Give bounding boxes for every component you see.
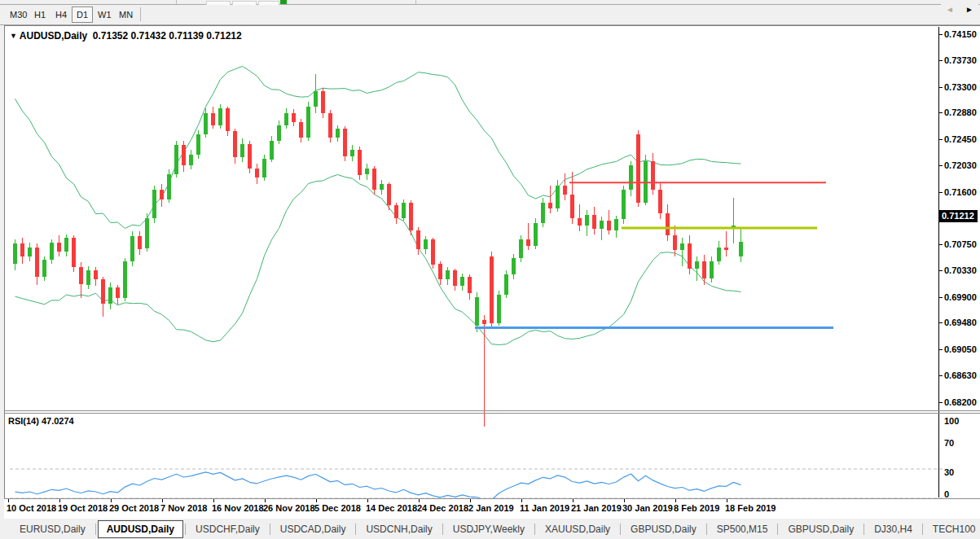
candle <box>526 223 530 250</box>
timeframe-toolbar: M30H1H4D1W1MN <box>0 5 980 25</box>
time-tick-label: 8 Feb 2019 <box>674 503 719 513</box>
time-tick-mark <box>316 499 317 502</box>
time-tick-label: 14 Dec 2018 <box>366 503 417 513</box>
price-tick-label: 0.69050 <box>944 344 980 355</box>
chart-tab-usdjpy-weekly[interactable]: USDJPY,Weekly <box>445 520 533 538</box>
pane-splitter[interactable] <box>4 413 980 414</box>
current-price-badge: 0.71212 <box>939 210 978 222</box>
candle <box>394 203 398 225</box>
chart-tab-gbpusd-daily[interactable]: GBPUSD,Daily <box>622 520 705 538</box>
price-tick-mark <box>939 270 943 271</box>
price-tick-mark <box>939 165 943 166</box>
bollinger-lower-band <box>15 175 741 345</box>
time-tick-label: 19 Oct 2018 <box>58 503 108 513</box>
candle <box>372 166 376 195</box>
price-tick-label: 0.74150 <box>944 28 980 40</box>
candle <box>79 262 83 298</box>
candle <box>416 227 420 255</box>
chart-tab-xauusd-daily[interactable]: XAUUSD,Daily <box>537 520 618 538</box>
tab-separator <box>777 524 778 535</box>
candle <box>284 108 288 129</box>
rsi-line <box>15 472 741 500</box>
timeframe-button-h1[interactable]: H1 <box>29 7 51 23</box>
candle <box>42 256 46 281</box>
time-tick-mark <box>675 499 676 502</box>
candle <box>130 231 134 266</box>
candle <box>490 252 494 326</box>
price-tick-label: 0.69480 <box>944 317 980 328</box>
candle <box>255 164 259 184</box>
candle <box>614 216 618 238</box>
timeframe-button-m30[interactable]: M30 <box>5 7 32 23</box>
candle <box>695 256 699 281</box>
time-tick-mark <box>727 499 727 502</box>
candle <box>321 88 325 117</box>
candle <box>688 235 692 275</box>
chart-tab-audusd-daily[interactable]: AUDUSD,Daily <box>98 520 183 538</box>
chart-tab-eurusd-daily[interactable]: EURUSD,Daily <box>11 520 94 538</box>
tab-separator <box>620 524 621 535</box>
time-tick-label: 29 Oct 2018 <box>109 503 159 513</box>
tab-scroll-left-icon[interactable]: ◄ <box>946 0 954 20</box>
chart-window <box>4 25 980 519</box>
chart-tab-usdchf-daily[interactable]: USDCHF,Daily <box>187 520 268 538</box>
candle <box>138 231 142 255</box>
candle <box>453 269 457 291</box>
chart-tab-tech100[interactable]: TECH100 <box>925 520 980 538</box>
timeframe-button-d1[interactable]: D1 <box>72 7 93 23</box>
candle <box>101 277 105 317</box>
price-tick-label: 0.73300 <box>944 81 980 93</box>
time-axis[interactable]: 10 Oct 201819 Oct 201829 Oct 20187 Nov 2… <box>4 498 980 519</box>
candle <box>13 239 17 270</box>
chart-tab-usdcnh-daily[interactable]: USDCNH,Daily <box>358 520 440 538</box>
candle <box>739 227 743 262</box>
price-tick-label: 0.68630 <box>944 370 980 381</box>
timeframe-button-w1[interactable]: W1 <box>93 7 116 23</box>
candle <box>160 184 164 207</box>
time-tick-mark <box>162 499 163 502</box>
price-tick-label: 0.70330 <box>944 265 980 276</box>
chart-tab-gbpusd-daily[interactable]: GBPUSD,Daily <box>780 520 862 538</box>
candle <box>717 241 721 265</box>
chart-tab-usdcad-daily[interactable]: USDCAD,Daily <box>272 520 354 538</box>
rsi-guide-levels <box>10 469 943 498</box>
toolbar-button-green-partial[interactable] <box>280 0 287 4</box>
candle <box>350 145 354 161</box>
time-tick-label: 30 Jan 2019 <box>622 503 673 513</box>
price-tick-mark <box>939 139 943 140</box>
pane-splitter[interactable] <box>4 410 980 411</box>
candle <box>64 234 68 256</box>
chart-tab-dj30-h4[interactable]: DJ30,H4 <box>866 520 921 538</box>
candle <box>585 210 589 236</box>
candle <box>607 210 611 234</box>
chart-tab-sp500-m15[interactable]: SP500,M15 <box>709 520 776 538</box>
candle <box>622 186 626 224</box>
candle <box>438 261 442 285</box>
candle <box>270 136 274 162</box>
price-tick-mark <box>939 87 943 88</box>
tab-separator <box>270 524 270 535</box>
timeframe-button-mn[interactable]: MN <box>114 7 138 23</box>
time-tick-label: 5 Dec 2018 <box>314 503 361 513</box>
candle <box>570 172 574 225</box>
candle <box>240 138 244 162</box>
time-tick-mark <box>470 499 471 502</box>
candle <box>358 147 362 179</box>
symbol-dropdown-icon[interactable]: ▼ <box>10 32 17 40</box>
candle <box>343 126 347 161</box>
time-tick-mark <box>521 499 522 502</box>
candle <box>563 173 567 200</box>
candle <box>651 153 655 195</box>
rsi-scale-label: 70 <box>944 437 977 449</box>
candle <box>94 267 98 286</box>
time-tick-mark <box>265 499 266 502</box>
timeframe-button-h4[interactable]: H4 <box>51 7 72 23</box>
main-price-chart[interactable] <box>10 53 943 436</box>
candle <box>145 213 149 252</box>
tab-separator <box>95 524 96 535</box>
price-tick-mark <box>939 60 943 61</box>
price-tick-mark <box>939 375 943 376</box>
tab-scroll-right-icon[interactable]: ► <box>965 0 973 20</box>
candle <box>20 238 24 265</box>
bollinger-upper-band <box>15 66 741 228</box>
